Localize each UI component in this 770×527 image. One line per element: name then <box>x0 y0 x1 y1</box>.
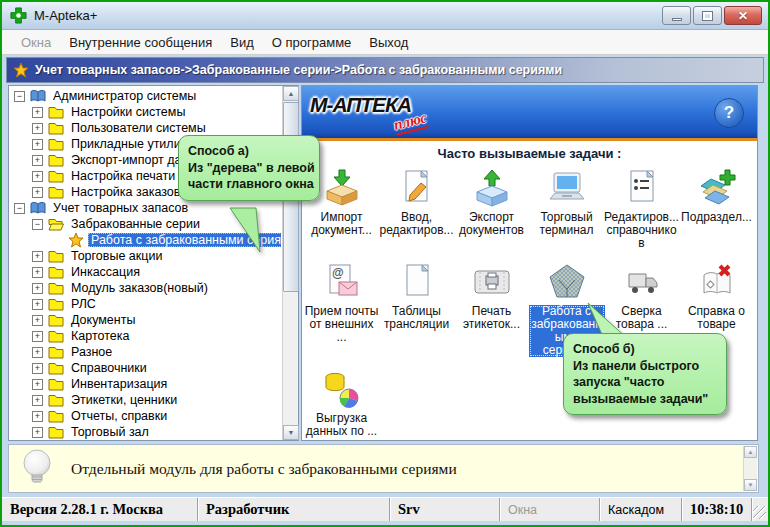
resize-grip[interactable] <box>752 498 768 521</box>
task-item-label: Экспорт документов <box>454 211 529 237</box>
expand-icon[interactable]: + <box>32 171 43 182</box>
tree-item[interactable]: +Отчеты, справки <box>10 408 281 424</box>
task-item[interactable]: Подраздел... <box>679 166 754 250</box>
restore-icon <box>703 12 712 20</box>
tree-item-label: Модуль заказов(новый) <box>68 281 211 295</box>
tasks-heading: Часто вызываемые задачи : <box>302 146 757 161</box>
collapse-icon[interactable]: − <box>14 203 25 214</box>
collapse-icon[interactable]: − <box>14 91 25 102</box>
status-windows: Окна <box>500 498 600 521</box>
help-button[interactable]: ? <box>714 98 744 128</box>
folder-icon <box>48 120 64 136</box>
folder-icon <box>48 168 64 184</box>
scroll-up-button[interactable]: ▲ <box>744 446 757 458</box>
tree-item[interactable]: +Настройки системы <box>10 104 281 120</box>
menu-item-0[interactable]: Окна <box>12 32 60 53</box>
scroll-up-button[interactable]: ▲ <box>283 86 299 101</box>
tree-item[interactable]: +Документы <box>10 312 281 328</box>
folder-icon <box>48 296 64 312</box>
tree-item-label: Пользователи системы <box>68 121 209 135</box>
tree-item[interactable]: +Разное <box>10 344 281 360</box>
tree-item[interactable]: +Картотека <box>10 328 281 344</box>
tree-item-label: Справочники <box>68 361 150 375</box>
expand-icon[interactable]: + <box>32 363 43 374</box>
task-item[interactable]: @Прием почты от внешних ... <box>304 260 379 357</box>
task-item[interactable]: Экспорт документов <box>454 166 529 250</box>
expand-icon[interactable]: + <box>32 315 43 326</box>
breadcrumb: Учет товарных запасов->Забракованные сер… <box>35 63 562 77</box>
menu-item-4[interactable]: Выход <box>360 32 417 53</box>
tree-item-label: Торговые акции <box>68 249 165 263</box>
expand-icon[interactable]: + <box>32 123 43 134</box>
goods-check-icon <box>621 260 663 302</box>
book-icon <box>30 88 46 104</box>
expand-icon[interactable]: + <box>32 395 43 406</box>
folder-icon <box>48 376 64 392</box>
import-box-icon <box>321 166 363 208</box>
tree-item[interactable]: +Инвентаризация <box>10 376 281 392</box>
tree-item-label: Торговый зал <box>68 425 152 439</box>
task-item[interactable]: Ввод, редактиров... <box>379 166 454 250</box>
hint-text: Отдельный модуль для работы с забракован… <box>71 460 457 478</box>
tree-item[interactable]: +Этикетки, ценники <box>10 392 281 408</box>
task-item-label: Подраздел... <box>681 211 752 224</box>
expand-icon[interactable]: + <box>32 267 43 278</box>
task-item[interactable]: Печать этикеток... <box>454 260 529 357</box>
tree-item[interactable]: +Торговый зал <box>10 424 281 439</box>
restore-button[interactable] <box>693 6 722 25</box>
tree-item-label: Картотека <box>68 329 132 343</box>
status-cascade: Каскадом <box>600 498 682 521</box>
tree-item[interactable]: −Администратор системы <box>10 88 281 104</box>
expand-icon[interactable]: + <box>32 331 43 342</box>
task-item[interactable]: Редактиров... справочников <box>604 166 679 250</box>
task-item[interactable]: Выгрузка данных по ... <box>304 367 379 438</box>
task-item[interactable]: Таблицы трансляции <box>379 260 454 357</box>
title-bar[interactable]: M-Apteka+ ✕ <box>2 2 768 30</box>
tree-item-label: Инвентаризация <box>68 377 170 391</box>
tree-item-label: Настройка печати <box>68 169 178 183</box>
star-badge-icon <box>13 62 29 78</box>
tree-item[interactable]: +Пользователи системы <box>10 120 281 136</box>
expand-icon[interactable]: + <box>32 411 43 422</box>
task-item[interactable]: Торговый терминал <box>529 166 604 250</box>
light-bulb-icon <box>19 448 55 490</box>
close-button[interactable]: ✕ <box>724 6 762 25</box>
tree-item[interactable]: +Инкассация <box>10 264 281 280</box>
folder-open-icon <box>48 216 64 232</box>
collapse-icon[interactable]: − <box>32 219 43 230</box>
window-title: M-Apteka+ <box>34 8 97 23</box>
scroll-down-button[interactable]: ▼ <box>744 479 757 491</box>
expand-icon[interactable]: + <box>32 107 43 118</box>
application-window: M-Apteka+ ✕ ОкнаВнутренние сообщенияВидО… <box>0 0 770 527</box>
expand-icon[interactable]: + <box>32 155 43 166</box>
translation-tables-icon <box>396 260 438 302</box>
expand-icon[interactable]: + <box>32 347 43 358</box>
task-item-label: Импорт документ... <box>304 211 379 237</box>
expand-icon[interactable]: + <box>32 283 43 294</box>
tree-item[interactable]: +РЛС <box>10 296 281 312</box>
tree-item-label: Забракованные серии <box>68 217 203 231</box>
star-badge-icon <box>68 232 84 248</box>
expand-icon[interactable]: + <box>32 187 43 198</box>
folder-icon <box>48 344 64 360</box>
expand-icon[interactable]: + <box>32 251 43 262</box>
folder-icon <box>48 328 64 344</box>
status-server: Srv <box>390 498 500 521</box>
scroll-down-button[interactable]: ▼ <box>283 425 299 440</box>
expand-icon[interactable]: + <box>32 427 43 438</box>
expand-icon[interactable]: + <box>32 379 43 390</box>
expand-icon[interactable]: + <box>32 139 43 150</box>
hint-scrollbar[interactable]: ▲ ▼ <box>743 446 757 491</box>
tree-item-label: Учет товарных запасов <box>50 201 191 215</box>
tree-item[interactable]: +Модуль заказов(новый) <box>10 280 281 296</box>
tree-item-label: Инкассация <box>68 265 143 279</box>
menu-item-1[interactable]: Внутренние сообщения <box>60 32 221 53</box>
expand-icon[interactable]: + <box>32 299 43 310</box>
folder-icon <box>48 312 64 328</box>
tree-item[interactable]: +Справочники <box>10 360 281 376</box>
status-clock: 10:38:10 <box>682 498 752 521</box>
minimize-button[interactable] <box>662 6 691 25</box>
status-developer: Разработчик <box>198 498 390 521</box>
menu-item-2[interactable]: Вид <box>221 32 263 53</box>
menu-item-3[interactable]: О программе <box>263 32 361 53</box>
